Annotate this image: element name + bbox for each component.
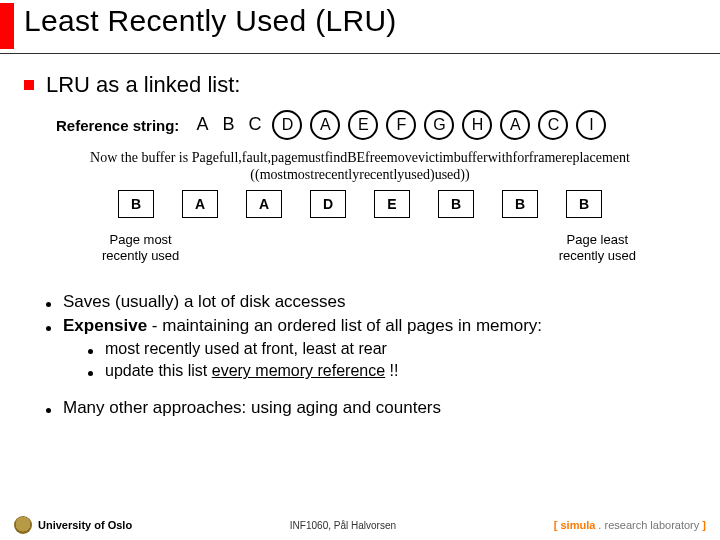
- ref-item: H: [462, 110, 492, 140]
- footer-university: University of Oslo: [38, 519, 132, 531]
- linked-list-node: B: [118, 190, 154, 218]
- bullet-dot-icon: [88, 371, 93, 376]
- ref-item: G: [424, 110, 454, 140]
- ref-item: C: [538, 110, 568, 140]
- bullet-expensive-strong: Expensive: [63, 316, 147, 335]
- reference-sequence: ABCDAEFGHACI: [189, 110, 610, 140]
- bullet-expensive: Expensive - maintaining an ordered list …: [46, 316, 696, 336]
- bullet-expensive-text: Expensive - maintaining an ordered list …: [63, 316, 542, 336]
- bracket-close-icon: ]: [699, 519, 706, 531]
- intro-text: LRU as a linked list:: [46, 72, 240, 98]
- ref-item: E: [348, 110, 378, 140]
- ref-item: I: [576, 110, 606, 140]
- reference-label: Reference string:: [56, 117, 179, 134]
- red-square-icon: [24, 80, 34, 90]
- linked-list-node: E: [374, 190, 410, 218]
- footer-left: University of Oslo: [14, 516, 132, 534]
- ref-item: A: [196, 114, 208, 134]
- title-accent: [0, 3, 14, 49]
- slide: Least Recently Used (LRU) LRU as a linke…: [0, 0, 720, 540]
- ref-item: D: [272, 110, 302, 140]
- overlay-caption-line1: Now the buffer is Pagefull,fault,pagemus…: [90, 150, 630, 165]
- footer: University of Oslo INF1060, Pål Halvorse…: [0, 516, 720, 534]
- linked-list-row: BAADEBBB: [24, 190, 696, 218]
- uio-seal-icon: [14, 516, 32, 534]
- content: LRU as a linked list: Reference string: …: [0, 72, 720, 418]
- ref-item: C: [248, 114, 261, 134]
- bullet-other-approaches: Many other approaches: using aging and c…: [46, 398, 696, 418]
- ref-item: B: [222, 114, 234, 134]
- subbullet-update-text: update this list every memory reference …: [105, 362, 398, 380]
- linked-list-node: B: [566, 190, 602, 218]
- reference-string-row: Reference string: ABCDAEFGHACI: [56, 110, 696, 140]
- bullet-dot-icon: [46, 408, 51, 413]
- bullet-list: Saves (usually) a lot of disk accesses E…: [46, 292, 696, 418]
- title-row: Least Recently Used (LRU): [0, 0, 720, 49]
- bullet-saves: Saves (usually) a lot of disk accesses: [46, 292, 696, 312]
- linked-list-node: B: [502, 190, 538, 218]
- footer-right: [ simula . research laboratory ]: [554, 519, 706, 531]
- subbullet-front-rear: most recently used at front, least at re…: [88, 340, 696, 358]
- list-end-labels: Page most recently used Page least recen…: [102, 232, 636, 265]
- ref-item: F: [386, 110, 416, 140]
- bullet-other-text: Many other approaches: using aging and c…: [63, 398, 441, 418]
- linked-list-node: A: [246, 190, 282, 218]
- bullet-dot-icon: [88, 349, 93, 354]
- intro-bullet: LRU as a linked list:: [24, 72, 696, 98]
- linked-list-node: D: [310, 190, 346, 218]
- overlay-caption-line2: ((mostmostrecentlyrecentlyused)used)): [250, 167, 469, 182]
- linked-list-node: B: [438, 190, 474, 218]
- ref-item: A: [310, 110, 340, 140]
- subbullet-front-rear-text: most recently used at front, least at re…: [105, 340, 387, 358]
- footer-center: INF1060, Pål Halvorsen: [290, 520, 396, 531]
- title-rule: [0, 53, 720, 54]
- bullet-saves-text: Saves (usually) a lot of disk accesses: [63, 292, 346, 312]
- subbullet-update: update this list every memory reference …: [88, 362, 696, 380]
- bullet-dot-icon: [46, 326, 51, 331]
- label-most-recent: Page most recently used: [102, 232, 179, 265]
- footer-lab: . research laboratory: [595, 519, 699, 531]
- overlay-caption: Now the buffer is Pagefull,fault,pagemus…: [80, 150, 640, 184]
- label-least-recent: Page least recently used: [559, 232, 636, 265]
- ref-item: A: [500, 110, 530, 140]
- linked-list-node: A: [182, 190, 218, 218]
- slide-title: Least Recently Used (LRU): [24, 0, 397, 38]
- bullet-dot-icon: [46, 302, 51, 307]
- footer-brand: simula: [560, 519, 595, 531]
